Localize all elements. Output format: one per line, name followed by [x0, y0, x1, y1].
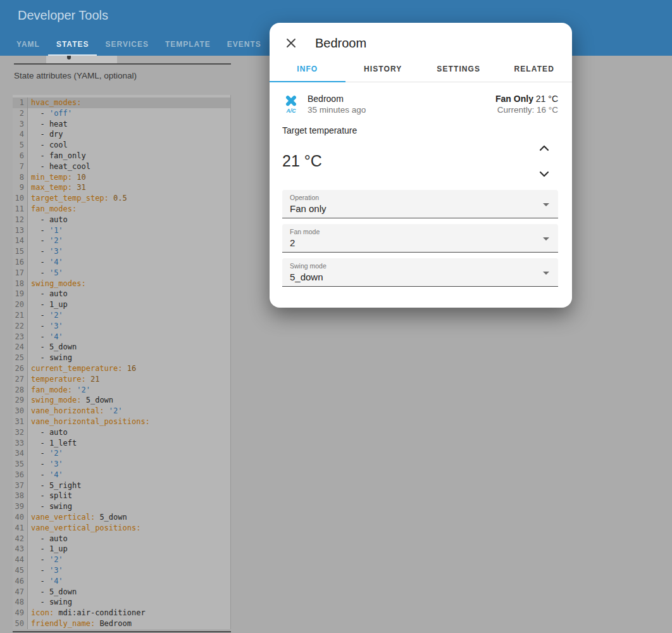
code-line: 29swing_mode: 5_down — [13, 395, 230, 406]
code-line: 22 - '3' — [13, 321, 230, 332]
line-number: 34 — [13, 448, 28, 459]
line-number: 12 — [13, 215, 28, 225]
line-number: 15 — [13, 246, 28, 257]
line-number: 24 — [13, 342, 28, 353]
tab-events[interactable]: EVENTS — [219, 34, 270, 56]
line-number: 47 — [13, 587, 28, 598]
line-number: 27 — [13, 374, 28, 385]
operation-select-value: Fan only — [290, 203, 551, 214]
editor-bottom-border — [13, 631, 231, 632]
code-line: 18swing_modes: — [13, 279, 230, 289]
dialog-header: Bedroom — [270, 23, 572, 56]
code-line: 34 - '2' — [13, 448, 230, 459]
code-line: 4 - dry — [13, 129, 230, 140]
code-line: 23 - '4' — [13, 332, 230, 342]
line-number: 18 — [13, 279, 28, 289]
code-line: 13 - '1' — [13, 225, 230, 236]
line-number: 25 — [13, 353, 28, 363]
code-line: 30vane_horizontal: '2' — [13, 406, 230, 417]
code-line: 26current_temperature: 16 — [13, 363, 230, 374]
tab-services[interactable]: SERVICES — [97, 34, 156, 56]
code-line: 3 - heat — [13, 119, 230, 130]
dialog-tab-related[interactable]: RELATED — [497, 56, 573, 82]
line-number: 22 — [13, 321, 28, 332]
code-line: 11fan_modes: — [13, 204, 230, 215]
code-line: 25 - swing — [13, 353, 230, 363]
swing-mode-select-label: Swing mode — [290, 262, 551, 270]
entity-current-temperature: Currently: 16 °C — [495, 105, 558, 115]
state-input-fragment[interactable] — [46, 56, 117, 63]
code-line: 24 - 5_down — [13, 342, 230, 353]
line-number: 6 — [13, 151, 28, 161]
line-number: 35 — [13, 459, 28, 470]
dialog-tab-info[interactable]: INFO — [270, 56, 345, 82]
code-line: 37 - 5_right — [13, 480, 230, 491]
line-number: 9 — [13, 182, 28, 193]
code-line: 10target_temp_step: 0.5 — [13, 193, 230, 204]
tab-states[interactable]: STATES — [48, 34, 97, 56]
dialog-tab-history[interactable]: HISTORY — [345, 56, 421, 82]
code-line: 44 - '2' — [13, 555, 230, 565]
code-line: 15 - '3' — [13, 246, 230, 257]
line-number: 21 — [13, 310, 28, 321]
line-number: 10 — [13, 193, 28, 204]
dialog-tab-settings[interactable]: SETTINGS — [421, 56, 497, 82]
code-line: 47 - 5_down — [13, 587, 230, 598]
line-number: 23 — [13, 332, 28, 342]
line-number: 28 — [13, 385, 28, 396]
line-number: 20 — [13, 299, 28, 310]
operation-select[interactable]: Operation Fan only — [282, 190, 558, 218]
target-temperature-control: 21 °C — [282, 138, 558, 184]
line-number: 46 — [13, 576, 28, 587]
swing-mode-select[interactable]: Swing mode 5_down — [282, 258, 558, 287]
fan-mode-select-value: 2 — [290, 237, 551, 248]
close-icon[interactable] — [283, 35, 299, 51]
state-attributes-label: State attributes (YAML, optional) — [14, 71, 137, 80]
code-line: 9max_temp: 31 — [13, 182, 230, 193]
line-number: 16 — [13, 257, 28, 268]
entity-more-info-dialog: Bedroom INFO HISTORY SETTINGS RELATED A/… — [270, 23, 572, 308]
code-line: 33 - 1_left — [13, 438, 230, 449]
line-number: 38 — [13, 491, 28, 501]
fan-mode-select-label: Fan mode — [290, 228, 551, 235]
temperature-up-icon[interactable] — [537, 141, 552, 156]
tab-yaml[interactable]: YAML — [8, 34, 48, 56]
line-number: 32 — [13, 427, 28, 438]
tab-template[interactable]: TEMPLATE — [157, 34, 219, 56]
line-number: 4 — [13, 129, 28, 140]
dialog-body: A/C Bedroom 35 minutes ago Fan Only 21 °… — [270, 82, 572, 287]
dropdown-caret-icon — [543, 203, 549, 206]
fan-mode-select[interactable]: Fan mode 2 — [282, 224, 558, 253]
line-number: 2 — [13, 108, 28, 119]
yaml-editor[interactable]: 1hvac_modes:2 - 'off'3 - heat4 - dry5 - … — [13, 95, 231, 629]
line-number: 45 — [13, 565, 28, 576]
line-number: 37 — [13, 480, 28, 491]
line-number: 42 — [13, 534, 28, 544]
line-number: 44 — [13, 555, 28, 565]
page-title: Developer Tools — [18, 8, 108, 23]
line-number: 1 — [13, 97, 28, 108]
dialog-tab-bar: INFO HISTORY SETTINGS RELATED — [270, 56, 572, 82]
code-line: 27temperature: 21 — [13, 374, 230, 385]
operation-select-label: Operation — [290, 194, 551, 201]
code-line: 36 - '4' — [13, 470, 230, 480]
code-line: 39 - swing — [13, 501, 230, 512]
line-number: 41 — [13, 523, 28, 534]
line-number: 30 — [13, 406, 28, 417]
entity-name: Bedroom — [308, 94, 495, 104]
target-temperature-value: 21 °C — [282, 152, 537, 170]
line-number: 40 — [13, 512, 28, 523]
code-line: 42 - auto — [13, 534, 230, 544]
line-number: 39 — [13, 501, 28, 512]
code-line: 17 - '5' — [13, 268, 230, 279]
state-input-underline — [14, 63, 231, 65]
line-number: 11 — [13, 204, 28, 215]
code-line: 41vane_vertical_positions: — [13, 523, 230, 534]
line-number: 19 — [13, 289, 28, 299]
line-number: 3 — [13, 119, 28, 130]
line-number: 26 — [13, 363, 28, 374]
entity-state-temperature: 21 °C — [536, 94, 558, 104]
temperature-down-icon[interactable] — [537, 166, 552, 182]
line-number: 7 — [13, 161, 28, 172]
code-line: 48 - swing — [13, 597, 230, 608]
